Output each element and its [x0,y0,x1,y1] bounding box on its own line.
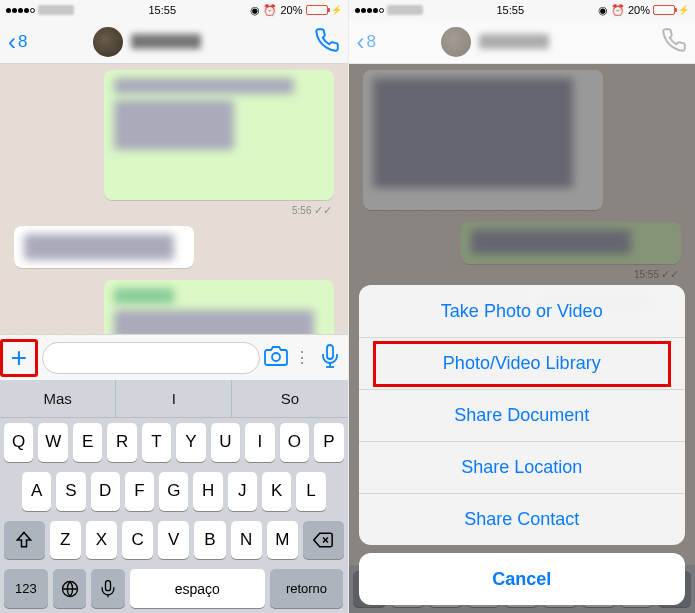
key-l[interactable]: L [296,472,325,511]
return-key[interactable]: retorno [270,569,344,608]
prediction-1[interactable]: Mas [0,380,115,417]
message-input-bar: + ⋮ [0,334,348,380]
dictation-key[interactable] [91,569,125,608]
key-row-2: A S D F G H J K L [0,467,348,516]
chat-scroll[interactable]: 5:56✓✓ [0,64,348,334]
more-icon: ⋮ [294,350,310,366]
message-bubble-outgoing[interactable] [104,280,334,334]
charging-icon: ⚡ [331,5,342,15]
sheet-share-location[interactable]: Share Location [359,441,686,493]
camera-button[interactable] [264,344,288,372]
key-a[interactable]: A [22,472,51,511]
sheet-photo-library[interactable]: Photo/Video Library [359,337,686,389]
key-i[interactable]: I [245,423,274,462]
key-s[interactable]: S [56,472,85,511]
voice-button[interactable] [318,344,342,372]
keyboard: Mas I So Q W E R T Y U I O P A S D F G H… [0,380,348,613]
contact-name [479,34,549,49]
key-u[interactable]: U [211,423,240,462]
key-c[interactable]: C [122,521,153,560]
attachment-action-sheet: Take Photo or Video Photo/Video Library … [359,285,686,605]
key-q[interactable]: Q [4,423,33,462]
key-j[interactable]: J [228,472,257,511]
avatar [441,27,471,57]
space-key[interactable]: espaço [130,569,265,608]
battery-icon [306,5,328,15]
numeric-key[interactable]: 123 [4,569,48,608]
globe-key[interactable] [53,569,87,608]
carrier-label [387,5,423,15]
key-n[interactable]: N [231,521,262,560]
key-v[interactable]: V [158,521,189,560]
prediction-3[interactable]: So [231,380,347,417]
status-time: 15:55 [496,4,524,16]
sheet-share-document[interactable]: Share Document [359,389,686,441]
status-time: 15:55 [148,4,176,16]
location-icon: ◉ [598,4,608,17]
key-w[interactable]: W [38,423,67,462]
shift-key[interactable] [4,521,45,560]
svg-point-0 [272,353,280,361]
signal-dots-icon [355,8,384,13]
status-bar: 15:55 ◉ ⏰ 20% ⚡ [349,0,696,20]
prediction-2[interactable]: I [115,380,231,417]
key-row-3: Z X C V B N M [0,516,348,565]
call-button[interactable] [314,27,340,57]
key-e[interactable]: E [73,423,102,462]
key-r[interactable]: R [107,423,136,462]
key-g[interactable]: G [159,472,188,511]
alarm-icon: ⏰ [611,4,625,17]
battery-percent: 20% [280,4,302,16]
key-y[interactable]: Y [176,423,205,462]
message-timestamp: 5:56✓✓ [292,204,331,217]
sheet-take-photo[interactable]: Take Photo or Video [359,285,686,337]
contact-name[interactable] [131,34,201,49]
sheet-cancel[interactable]: Cancel [359,553,686,605]
avatar[interactable] [93,27,123,57]
key-p[interactable]: P [314,423,343,462]
battery-icon [653,5,675,15]
svg-rect-6 [106,580,111,590]
key-row-1: Q W E R T Y U I O P [0,418,348,467]
chevron-left-icon: ‹ [357,30,365,54]
chat-header: ‹ 8 [0,20,348,64]
key-f[interactable]: F [125,472,154,511]
key-h[interactable]: H [193,472,222,511]
key-o[interactable]: O [280,423,309,462]
key-t[interactable]: T [142,423,171,462]
key-k[interactable]: K [262,472,291,511]
chevron-left-icon: ‹ [8,30,16,54]
battery-percent: 20% [628,4,650,16]
message-bubble-outgoing[interactable] [104,70,334,200]
sheet-share-contact[interactable]: Share Contact [359,493,686,545]
back-button[interactable]: ‹ 8 [8,30,27,54]
read-ticks-icon: ✓✓ [314,204,332,217]
key-d[interactable]: D [91,472,120,511]
chat-header: ‹ 8 [349,20,696,64]
status-bar: 15:55 ◉ ⏰ 20% ⚡ [0,0,348,20]
signal-dots-icon [6,8,35,13]
key-m[interactable]: M [267,521,298,560]
alarm-icon: ⏰ [263,4,277,17]
predictive-bar: Mas I So [0,380,348,418]
call-button [661,27,687,57]
back-button: ‹ 8 [357,30,376,54]
location-icon: ◉ [250,4,260,17]
back-count: 8 [18,32,27,52]
backspace-key[interactable] [303,521,344,560]
charging-icon: ⚡ [678,5,689,15]
message-input[interactable] [42,342,260,374]
message-bubble-incoming[interactable] [14,226,194,268]
key-b[interactable]: B [194,521,225,560]
attach-button[interactable]: + [0,339,38,377]
key-x[interactable]: X [86,521,117,560]
chat-scroll: 15:55✓✓ 15:55✓✓ ⇧ Z X C V B N M ⌫ Take P… [349,64,696,613]
plus-icon: + [11,344,27,372]
carrier-label [38,5,74,15]
key-row-4: 123 espaço retorno [0,564,348,613]
key-z[interactable]: Z [50,521,81,560]
